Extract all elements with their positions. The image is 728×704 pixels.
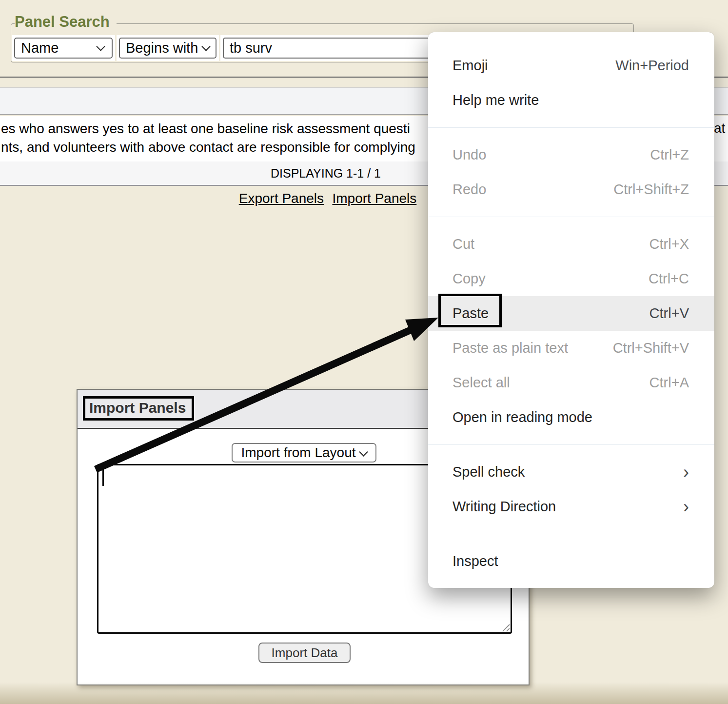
export-panels-link[interactable]: Export Panels [239,191,324,206]
menu-item-paste[interactable]: Paste Ctrl+V [428,296,714,331]
result-row-text: es who answers yes to at least one basel… [1,120,415,157]
import-data-button[interactable]: Import Data [258,643,351,663]
chevron-down-icon [202,42,211,51]
chevron-down-icon [359,447,368,456]
menu-item-shortcut: Ctrl+A [649,375,689,391]
menu-item-shortcut: Ctrl+C [649,271,689,287]
title-annotation-box: Import Panels [83,396,194,421]
result-row-overflow-fragment: at [714,121,725,136]
context-menu: Emoji Win+Period Help me write Undo Ctrl… [428,32,714,588]
menu-item-label: Cut [453,236,474,252]
result-row-line2: nts, and volunteers with above contact a… [1,138,415,157]
import-panels-link[interactable]: Import Panels [333,191,417,206]
menu-separator [428,217,714,217]
menu-item-label: Spell check [453,464,525,480]
menu-item-label: Help me write [453,92,539,108]
menu-item-undo[interactable]: Undo Ctrl+Z [428,138,714,172]
menu-item-label: Redo [453,181,486,198]
text-caret [102,468,104,486]
search-field-select[interactable]: Name [14,38,113,59]
menu-item-shortcut: Win+Period [615,58,689,74]
search-operator-select-value: Begins with [126,40,198,56]
menu-item-shortcut: Ctrl+V [649,305,689,322]
search-field-select-value: Name [21,40,59,56]
menu-item-spell-check[interactable]: Spell check › [428,455,714,489]
menu-item-shortcut: Ctrl+Shift+Z [613,181,689,198]
menu-item-label: Emoji [453,58,488,74]
menu-item-select-all[interactable]: Select all Ctrl+A [428,365,714,400]
chevron-right-icon: › [683,463,689,481]
resize-handle-icon[interactable] [501,623,510,631]
menu-item-redo[interactable]: Redo Ctrl+Shift+Z [428,172,714,207]
menu-item-shortcut: Ctrl+Z [650,147,689,163]
chevron-down-icon [96,42,105,51]
menu-item-emoji[interactable]: Emoji Win+Period [428,48,714,83]
search-operator-select[interactable]: Begins with [119,38,216,59]
menu-item-label: Writing Direction [453,499,556,515]
menu-separator [428,534,714,534]
menu-item-label: Paste [453,305,489,322]
panel-search-legend: Panel Search [15,13,117,31]
search-operator-select-wrap: Begins with [117,35,219,61]
import-source-select-value: Import from Layout [241,445,356,461]
result-row-line1: es who answers yes to at least one basel… [1,120,415,138]
menu-item-label: Select all [453,375,510,391]
menu-item-copy[interactable]: Copy Ctrl+C [428,261,714,296]
search-field-select-wrap: Name [12,35,115,61]
menu-item-paste-as-plain-text[interactable]: Paste as plain text Ctrl+Shift+V [428,331,714,365]
menu-item-open-in-reading-mode[interactable]: Open in reading mode [428,400,714,435]
menu-item-cut[interactable]: Cut Ctrl+X [428,227,714,261]
menu-item-help-me-write[interactable]: Help me write [428,83,714,118]
menu-item-shortcut: Ctrl+Shift+V [613,340,689,356]
menu-separator [428,127,714,128]
menu-item-label: Paste as plain text [453,340,568,356]
chevron-right-icon: › [683,498,689,516]
import-source-select[interactable]: Import from Layout [232,443,376,463]
menu-separator [428,444,714,445]
menu-item-label: Inspect [453,553,498,569]
menu-item-label: Copy [453,271,486,287]
menu-item-inspect[interactable]: Inspect [428,544,714,579]
menu-item-label: Undo [453,147,486,163]
menu-item-writing-direction[interactable]: Writing Direction › [428,489,714,524]
menu-item-label: Open in reading mode [453,409,592,425]
menu-item-shortcut: Ctrl+X [649,236,689,252]
import-panels-dialog-title: Import Panels [89,400,186,416]
